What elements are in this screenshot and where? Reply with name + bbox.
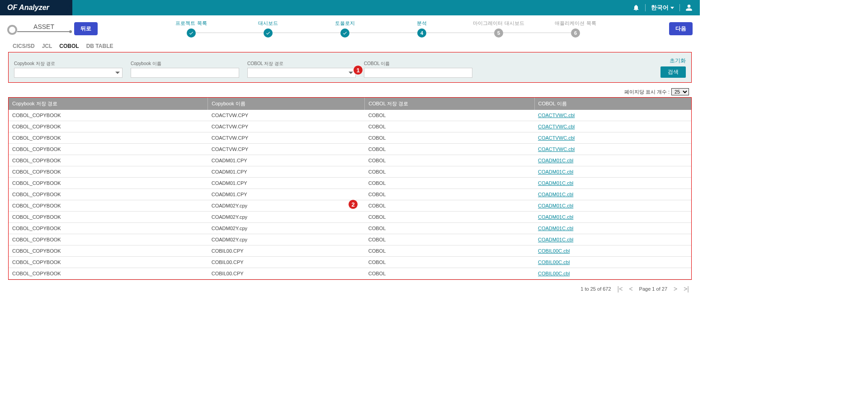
step-label: 대시보드 [258,20,278,27]
cobol-link[interactable]: COADM01C.cbl [538,226,573,231]
table-cell: COBIL00.CPY [208,245,365,257]
tab-db-table[interactable]: DB TABLE [86,43,113,49]
cobol-link[interactable]: COADM01C.cbl [538,214,573,220]
column-header[interactable]: COBOL 이름 [534,98,691,110]
step-label: 애플리케이션 목록 [555,20,596,27]
step-3[interactable]: 분석4 [383,20,460,38]
cobol-link[interactable]: COADM01C.cbl [538,169,573,174]
table-row: COBOL_COPYBOOKCOADM02Y.cpyCOBOLCOADM01C.… [9,234,691,245]
step-4[interactable]: 마이그레이터 대시보드5 [460,20,537,38]
filter-cobol-path: COBOL 저장 경로 [247,61,356,78]
reset-link[interactable]: 초기화 [670,57,686,65]
user-icon [685,4,693,11]
table-cell: COBIL00C.cbl [534,245,691,257]
notifications-button[interactable] [632,4,640,11]
cobol-link[interactable]: COADM01C.cbl [538,180,573,186]
table-cell: COBOL_COPYBOOK [9,189,208,200]
cobol-link[interactable]: COACTVWC.cbl [538,135,575,141]
user-menu-button[interactable] [685,4,693,11]
table-cell: COADM02Y.cpy [208,234,365,245]
step-2[interactable]: 토폴로지 [307,20,383,38]
table-cell: COADM01C.cbl [534,166,691,178]
step-circle [340,28,349,38]
main-content: Copybook 저장 경로 Copybook 이름 COBOL 저장 경로 C… [0,52,700,297]
cobol-link[interactable]: COACTVWC.cbl [538,146,575,152]
step-label: 분석 [417,20,427,27]
cobol-link[interactable]: COBIL00C.cbl [538,271,570,276]
tab-jcl[interactable]: JCL [42,43,52,49]
page-size-select[interactable]: 25 [671,88,689,95]
table-cell: COBOL_COPYBOOK [9,200,208,212]
filter-copybook-name: Copybook 이름 [131,61,239,78]
copybook-path-combo[interactable] [14,68,123,78]
language-selector[interactable]: 한국어 [651,4,674,12]
filter-label: COBOL 저장 경로 [247,61,356,67]
table-cell: COBOL_COPYBOOK [9,144,208,155]
table-cell: COBOL [365,189,534,200]
cobol-link[interactable]: COBIL00C.cbl [538,259,570,265]
cobol-name-input[interactable] [364,68,472,78]
table-cell: COBOL_COPYBOOK [9,132,208,144]
table-cell: COBOL [365,200,534,212]
next-button[interactable]: 다음 [669,22,693,35]
cobol-link[interactable]: COADM01C.cbl [538,237,573,242]
table-row: COBOL_COPYBOOKCOACTVW.CPYCOBOLCOACTVWC.c… [9,110,691,121]
check-icon [342,30,348,36]
tab-cobol[interactable]: COBOL [59,43,79,49]
column-header[interactable]: Copybook 이름 [208,98,365,110]
cobol-link[interactable]: COADM01C.cbl [538,192,573,197]
search-button[interactable]: 검색 [660,66,686,78]
pager-next[interactable]: > [674,285,677,292]
check-icon [265,30,271,36]
copybook-name-input[interactable] [131,68,239,78]
table-row: COBOL_COPYBOOKCOADM02Y.cpyCOBOLCOADM01C.… [9,212,691,223]
filter-panel: Copybook 저장 경로 Copybook 이름 COBOL 저장 경로 C… [8,52,692,83]
table-cell: COBOL [365,166,534,178]
table-cell: COBOL_COPYBOOK [9,155,208,166]
table-row: COBOL_COPYBOOKCOACTVW.CPYCOBOLCOACTVWC.c… [9,121,691,132]
table-cell: COBOL_COPYBOOK [9,223,208,234]
table-cell: COBOL_COPYBOOK [9,110,208,121]
pager-first[interactable]: |< [618,285,623,292]
page-size-row: 페이지당 표시 개수 : 25 [0,85,700,97]
table-cell: COBOL [365,132,534,144]
back-button[interactable]: 뒤로 [74,22,98,35]
table-cell: COBOL [365,121,534,132]
column-header[interactable]: Copybook 저장 경로 [9,98,208,110]
table-cell: COBIL00C.cbl [534,257,691,268]
sub-header: ASSET 뒤로 프로젝트 목록대시보드토폴로지분석4마이그레이터 대시보드5애… [0,15,700,40]
table-cell: COACTVW.CPY [208,144,365,155]
asset-dot [69,30,72,33]
table-row: COBOL_COPYBOOKCOBIL00.CPYCOBOLCOBIL00C.c… [9,268,691,279]
cobol-link[interactable]: COACTVWC.cbl [538,124,575,129]
step-0[interactable]: 프로젝트 목록 [153,20,230,38]
cobol-link[interactable]: COADM01C.cbl [538,203,573,208]
table-cell: COBOL [365,257,534,268]
table-cell: COADM01C.cbl [534,155,691,166]
asset-label: ASSET [33,23,54,30]
cobol-path-combo[interactable] [247,68,356,78]
step-label: 프로젝트 목록 [175,20,207,27]
table-row: COBOL_COPYBOOKCOACTVW.CPYCOBOLCOACTVWC.c… [9,132,691,144]
filter-actions: 초기화 검색 [660,57,686,78]
table-cell: COBOL_COPYBOOK [9,245,208,257]
cobol-link[interactable]: COBIL00C.cbl [538,248,570,254]
pager-prev[interactable]: < [629,285,632,292]
pager-range: 1 to 25 of 672 [580,286,611,292]
table-cell: COADM01C.cbl [534,234,691,245]
column-header[interactable]: COBOL 저장 경로 [365,98,534,110]
table-cell: COBOL_COPYBOOK [9,257,208,268]
bell-icon [632,4,640,11]
cobol-link[interactable]: COADM01C.cbl [538,158,573,163]
tab-cics-sd[interactable]: CICS/SD [13,43,35,49]
step-1[interactable]: 대시보드 [230,20,307,38]
table-cell: COBIL00.CPY [208,268,365,279]
table-cell: COBOL [365,223,534,234]
cobol-link[interactable]: COACTVWC.cbl [538,113,575,118]
table-cell: COADM01C.cbl [534,189,691,200]
step-5[interactable]: 애플리케이션 목록6 [537,20,614,38]
pager-last[interactable]: >| [684,285,689,292]
table-row: COBOL_COPYBOOKCOADM01.CPYCOBOLCOADM01C.c… [9,166,691,178]
step-label: 토폴로지 [335,20,355,27]
callout-2: 2 [348,199,358,209]
